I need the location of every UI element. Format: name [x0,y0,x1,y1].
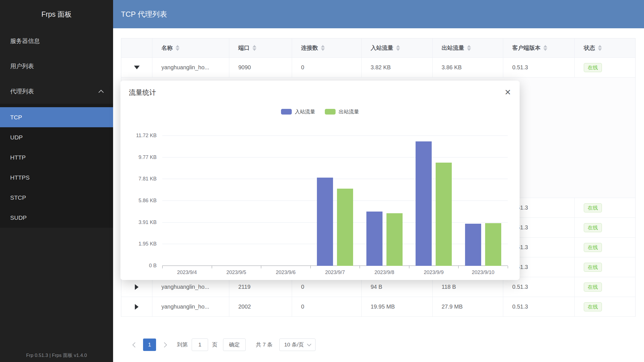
sort-asc-icon [252,45,256,48]
cell-status: 在线 [575,238,635,257]
chevron-right-icon [162,342,167,347]
page-1-button[interactable]: 1 [143,339,156,351]
cell-status: 在线 [575,297,635,317]
sort-carets-icon[interactable] [321,45,325,51]
cell-traffic-out: 118 B [433,277,503,297]
column-header-connections[interactable]: 连接数 [292,38,362,58]
sort-desc-icon [543,48,547,51]
sidebar-item-stcp[interactable]: STCP [0,188,113,208]
page-size-value: 10 条/页 [284,341,304,348]
sort-carets-icon[interactable] [543,45,547,51]
sidebar-item-user-list[interactable]: 用户列表 [0,53,113,79]
sidebar-nav: 服务器信息用户列表代理列表TCPUDPHTTPHTTPSSTCPSUDP [0,28,113,228]
column-header-status[interactable]: 状态 [575,38,635,58]
legend-item-inbound[interactable]: 入站流量 [281,108,315,115]
bar-inbound[interactable] [465,224,481,266]
bar-group [162,136,212,266]
legend-item-outbound[interactable]: 出站流量 [325,108,359,115]
page-size-select[interactable]: 10 条/页 [279,339,315,351]
column-label: 名称 [161,44,173,52]
cell-connections: 0 [292,297,362,317]
sort-carets-icon[interactable] [176,45,180,51]
column-header-expand [121,38,152,58]
cell-connections: 0 [292,277,362,297]
x-axis-label: 2023/9/7 [310,270,360,275]
collapse-caret-icon [134,66,140,69]
bar-outbound[interactable] [386,213,403,266]
sidebar-item-https[interactable]: HTTPS [0,167,113,188]
cell-client-version: 0.51.3 [503,277,575,297]
bar-group [261,136,310,266]
sort-carets-icon[interactable] [252,45,256,51]
bar-outbound[interactable] [337,189,353,266]
x-axis-tick [409,266,409,268]
cell-connections: 0 [292,58,362,77]
cell-traffic-out: 3.86 KB [433,58,503,77]
bar-inbound[interactable] [416,141,432,266]
sort-carets-icon[interactable] [598,45,602,51]
column-label: 连接数 [301,44,318,52]
y-axis-label: 3.91 KB [120,219,157,225]
bar-inbound[interactable] [317,178,333,266]
sort-asc-icon [321,45,325,48]
expand-cell[interactable] [121,297,152,317]
sidebar-item-http[interactable]: HTTP [0,147,113,167]
column-header-traffic-out[interactable]: 出站流量 [433,38,503,58]
cell-status: 在线 [575,257,635,277]
sidebar-item-proxy-list[interactable]: 代理列表 [0,79,113,104]
goto-confirm-button[interactable]: 确定 [223,339,246,351]
sidebar-item-sudp[interactable]: SUDP [0,208,113,228]
column-header-traffic-in[interactable]: 入站流量 [362,38,433,58]
x-axis-tick [458,266,459,268]
bars-container [162,136,508,266]
expand-cell[interactable] [121,277,152,297]
expand-caret-icon [135,304,139,310]
goto-page-input[interactable] [192,339,208,351]
sort-asc-icon [543,45,547,48]
sidebar-item-label: 代理列表 [10,87,34,95]
expand-cell[interactable] [121,58,152,77]
status-badge: 在线 [584,263,602,272]
sidebar-item-udp[interactable]: UDP [0,127,113,147]
sidebar: Frps 面板 服务器信息用户列表代理列表TCPUDPHTTPHTTPSSTCP… [0,0,113,362]
sort-carets-icon[interactable] [467,45,471,51]
cell-traffic-in: 3.82 KB [362,58,433,77]
cell-status: 在线 [575,198,635,218]
chart-legend: 入站流量出站流量 [120,108,520,115]
legend-swatch [325,109,336,115]
table-row: yanghuanglin_ho...2002019.95 MB27.9 MB0.… [121,297,635,317]
column-header-name[interactable]: 名称 [152,38,229,58]
x-axis-tick [162,266,163,268]
sidebar-submenu: TCPUDPHTTPHTTPSSTCPSUDP [0,104,113,228]
column-header-client-version[interactable]: 客户端版本 [503,38,575,58]
sort-asc-icon [176,45,180,48]
x-axis-label: 2023/9/6 [261,270,310,275]
bar-outbound[interactable] [436,163,452,266]
bar-inbound[interactable] [366,212,382,266]
page-unit-label: 页 [212,341,217,348]
cell-port: 2002 [229,297,292,317]
sort-carets-icon[interactable] [396,45,400,51]
sidebar-item-server-info[interactable]: 服务器信息 [0,28,113,53]
column-header-port[interactable]: 端口 [229,38,292,58]
sidebar-item-tcp[interactable]: TCP [0,107,113,127]
total-count: 共 7 条 [256,341,273,348]
x-axis-tick [508,266,508,268]
bar-outbound[interactable] [485,223,501,266]
sort-desc-icon [396,48,400,51]
x-axis-tick [261,266,261,268]
expand-caret-icon [135,284,139,290]
legend-swatch [281,109,292,115]
page-title: TCP 代理列表 [121,9,167,19]
column-label: 状态 [584,44,595,52]
status-badge: 在线 [584,302,602,311]
table-row: yanghuanglin_ho...909003.82 KB3.86 KB0.5… [121,58,635,77]
sidebar-item-label: 用户列表 [10,62,34,70]
next-page-button[interactable] [159,343,170,347]
bar-group [212,136,261,266]
prev-page-button[interactable] [129,343,140,347]
status-badge: 在线 [584,243,602,252]
table-row: yanghuanglin_ho...2119094 B118 B0.51.3在线 [121,277,635,297]
x-axis-tick [310,266,311,268]
bar-group [360,136,409,266]
